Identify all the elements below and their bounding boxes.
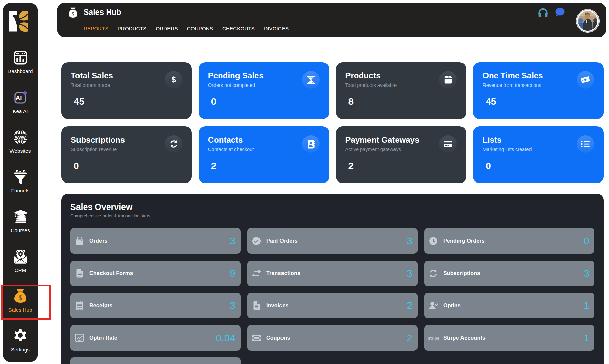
svg-text:$: $ (72, 11, 74, 17)
svg-text:$: $ (171, 75, 176, 84)
svg-text:www: www (15, 135, 26, 140)
svg-text:stripe: stripe (428, 336, 439, 340)
svg-text:AI: AI (16, 94, 22, 101)
